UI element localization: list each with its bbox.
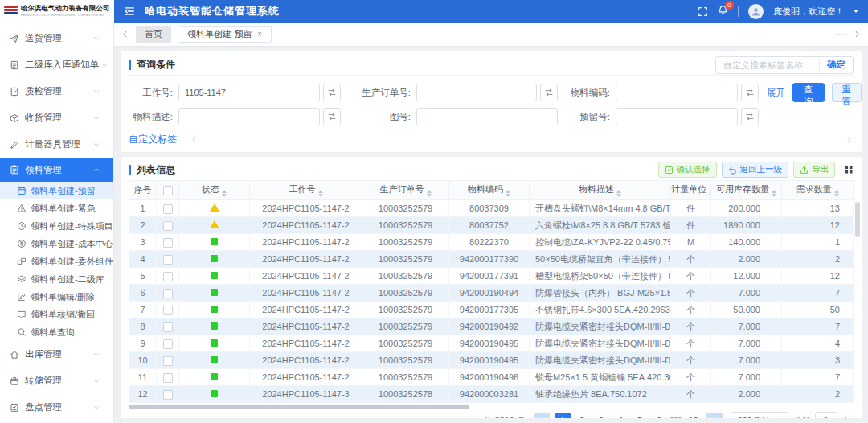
search-button[interactable]: 查询 <box>792 83 825 102</box>
tabs-scroll-left-icon[interactable] <box>121 30 129 39</box>
sort-icon[interactable] <box>222 190 227 198</box>
next-page-button[interactable] <box>706 413 723 418</box>
table-row[interactable]: 22024HPC1105-1147-21000325257980037752六角… <box>129 217 854 234</box>
table-row[interactable]: 122024HPC1105-1147-310003252578942000003… <box>129 386 854 403</box>
fullscreen-icon[interactable] <box>698 6 708 17</box>
table-row[interactable]: 42024HPC1105-1147-2100032525799420001773… <box>129 251 854 268</box>
query-field-input[interactable] <box>416 84 537 101</box>
confirm-tag-button[interactable]: 确定 <box>819 59 845 71</box>
cell-checkbox[interactable] <box>157 386 179 403</box>
sidebar-subitem[interactable]: 领料单创建-成本中心 <box>0 235 113 253</box>
cell-checkbox[interactable] <box>157 302 179 318</box>
cell-checkbox[interactable] <box>157 234 179 251</box>
prev-page-button[interactable] <box>534 413 550 418</box>
reset-button[interactable]: 重置 <box>832 83 862 102</box>
sidebar-item[interactable]: 送货管理 <box>0 25 113 51</box>
cell-checkbox[interactable] <box>157 251 179 268</box>
tags-scroll-right-icon[interactable] <box>845 135 854 144</box>
tabs-more-icon[interactable]: ⋯ <box>837 29 846 40</box>
row-checkbox[interactable] <box>163 373 173 383</box>
row-checkbox[interactable] <box>163 238 173 248</box>
collapse-sidebar-icon[interactable] <box>124 6 135 17</box>
tab-requisition-reserve[interactable]: 领料单创建-预留 × <box>178 26 272 43</box>
confirm-select-button[interactable]: 确认选择 <box>658 162 717 178</box>
export-button[interactable]: 导出 <box>793 162 835 178</box>
column-header[interactable]: 物料编码 <box>449 181 530 200</box>
sidebar-item[interactable]: 盘点管理 <box>0 394 113 421</box>
batch-input-icon[interactable] <box>540 84 558 101</box>
page-size-select[interactable]: 200条/页 <box>731 412 788 418</box>
column-header[interactable]: 需求数量 <box>782 181 854 200</box>
sort-icon[interactable] <box>318 190 323 198</box>
table-row[interactable]: 52024HPC1105-1147-2100032525799420001773… <box>129 268 854 285</box>
sort-icon[interactable] <box>834 190 839 198</box>
horizontal-scrollbar-thumb[interactable] <box>129 405 469 409</box>
select-all-header[interactable] <box>157 181 179 200</box>
sidebar-subitem[interactable]: 领料单核销/撤回 <box>0 306 113 323</box>
page-number-button[interactable]: 1 <box>555 413 571 418</box>
page-number-button[interactable]: 12 <box>686 413 702 418</box>
table-row[interactable]: 112024HPC1105-1147-210003252579942000190… <box>129 369 854 386</box>
sidebar-subitem[interactable]: 领料单创建-紧急 <box>0 199 113 217</box>
row-checkbox[interactable] <box>163 289 173 298</box>
sidebar-subitem[interactable]: 领料单创建-二级库 <box>0 270 113 288</box>
query-field-input[interactable] <box>616 108 738 125</box>
page-number-button[interactable]: 6 <box>651 413 667 418</box>
row-checkbox[interactable] <box>163 306 173 315</box>
cell-checkbox[interactable] <box>157 352 179 369</box>
select-all-checkbox[interactable] <box>163 186 173 195</box>
cell-checkbox[interactable] <box>157 369 179 386</box>
table-row[interactable]: 92024HPC1105-1147-2100032525799420001904… <box>129 335 854 352</box>
batch-input-icon[interactable] <box>323 84 341 101</box>
sidebar-item[interactable]: 计量器具管理 <box>0 131 113 158</box>
sidebar-item[interactable]: 转储管理 <box>0 368 113 394</box>
table-row[interactable]: 82024HPC1105-1147-2100032525799420001904… <box>129 318 854 335</box>
page-number-button[interactable]: 4 <box>612 413 628 418</box>
user-menu-caret-icon[interactable] <box>854 10 858 13</box>
column-settings-icon[interactable] <box>844 165 854 175</box>
table-row[interactable]: 32024HPC1105-1147-21000325257980222370控制… <box>129 234 854 251</box>
row-checkbox[interactable] <box>163 255 173 265</box>
sort-icon[interactable] <box>772 190 776 198</box>
cell-checkbox[interactable] <box>157 268 179 285</box>
column-header[interactable]: 生产订单号 <box>362 181 449 200</box>
query-field-input[interactable] <box>178 108 320 125</box>
vertical-scrollbar-thumb[interactable] <box>855 202 860 237</box>
pages-ellipsis[interactable]: ••• <box>670 413 682 418</box>
sidebar-subitem[interactable]: 领料单创建-委外组件 <box>0 253 113 270</box>
table-row[interactable]: 62024HPC1105-1147-2100032525799420001904… <box>129 285 854 302</box>
table-row[interactable]: 102024HPC1105-1147-210003252579942000190… <box>129 352 854 369</box>
cell-checkbox[interactable] <box>157 200 179 217</box>
column-header[interactable]: 状态 <box>179 181 250 200</box>
custom-tag-name-input[interactable] <box>723 60 812 70</box>
query-field-input[interactable] <box>416 108 558 125</box>
page-number-button[interactable]: 3 <box>593 413 609 418</box>
batch-input-icon[interactable] <box>323 108 341 125</box>
page-number-button[interactable]: 5 <box>632 413 648 418</box>
cell-checkbox[interactable] <box>157 217 179 234</box>
tab-home[interactable]: 首页 <box>136 26 171 43</box>
expand-button[interactable]: 展开 <box>767 87 785 99</box>
row-checkbox[interactable] <box>163 339 173 349</box>
column-header[interactable]: 计量单位 <box>671 181 711 200</box>
row-checkbox[interactable] <box>163 204 173 214</box>
sidebar-subitem[interactable]: 领料单创建-预留 <box>0 182 113 199</box>
go-back-button[interactable]: 返回上一级 <box>722 162 789 178</box>
row-checkbox[interactable] <box>163 390 173 400</box>
vertical-scrollbar[interactable] <box>854 202 860 379</box>
column-header[interactable]: 可用库存数量 <box>711 181 782 200</box>
sidebar-item[interactable]: 领料管理 <box>0 158 113 182</box>
row-checkbox[interactable] <box>163 221 173 231</box>
sort-icon[interactable] <box>616 190 621 198</box>
sidebar-subitem[interactable]: 领料单编辑/删除 <box>0 288 113 306</box>
row-checkbox[interactable] <box>163 356 173 366</box>
row-checkbox[interactable] <box>163 322 173 332</box>
column-header[interactable]: 工作号 <box>250 181 362 200</box>
row-checkbox[interactable] <box>163 272 173 281</box>
sort-icon[interactable] <box>506 190 510 198</box>
cell-checkbox[interactable] <box>157 285 179 302</box>
table-row[interactable]: 72024HPC1105-1147-2100032525799420001773… <box>129 302 854 318</box>
goto-page-input[interactable] <box>815 412 837 418</box>
query-field-input[interactable] <box>616 84 738 101</box>
sidebar-item[interactable]: 二级库入库通知单 <box>0 51 113 78</box>
